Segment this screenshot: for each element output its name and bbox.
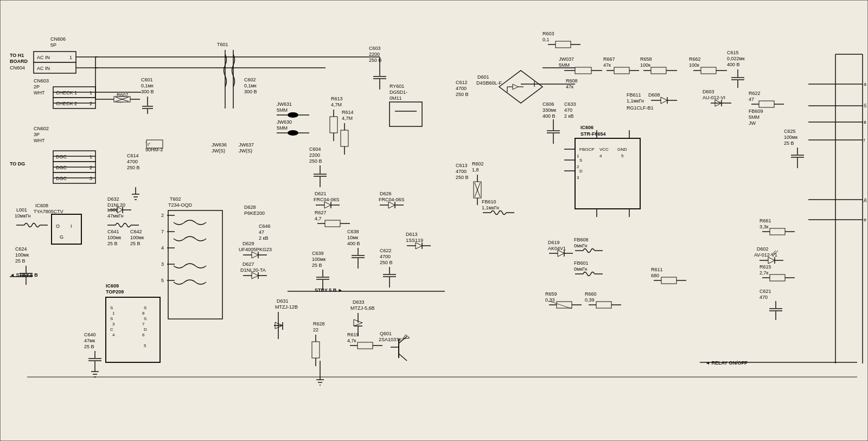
jw637-val: JW(S) [239, 148, 252, 154]
svg-rect-72 [651, 67, 666, 74]
t602-pin3: 3 [161, 261, 164, 267]
d603-val1: AU-012-VI [703, 95, 725, 100]
r628-label: R628 [313, 321, 325, 327]
ry601-val2: 0M11 [390, 95, 402, 101]
cn603-sub: 2P [34, 84, 40, 90]
svg-line-174 [399, 354, 407, 361]
fb601-label: FB601 [574, 260, 589, 266]
c604-label: C604 [309, 146, 321, 152]
c646-label: C646 [259, 223, 271, 229]
c625-val1: 100мк [784, 135, 797, 140]
cn602-sub: 3P [34, 132, 40, 137]
pin2: 2 [577, 164, 579, 169]
r660-label: R660 [585, 291, 597, 297]
r622-val: 47 [749, 97, 754, 102]
pin3: 3 [577, 175, 579, 180]
d613-val: 1SS119 [406, 238, 423, 243]
fb610-label: FB610 [482, 199, 496, 204]
cn602-label: CN602 [34, 126, 49, 131]
pin5: 5 [621, 154, 624, 158]
ic609-pin6: 6 [142, 333, 145, 337]
fb601-val: 0мкГн [574, 266, 587, 272]
c638-label: C638 [347, 229, 359, 234]
ic609-d: D [144, 327, 147, 332]
r603-val: 0,1 [542, 37, 550, 42]
c603-val1: 2200 [369, 52, 380, 57]
rail-g: г [864, 137, 866, 143]
svg-point-20 [288, 112, 298, 118]
svg-marker-133 [388, 202, 395, 208]
check2-label: CHECK 2 [56, 101, 77, 106]
r608-val: 47к [566, 84, 573, 90]
r667-val: 47к [603, 62, 611, 68]
svg-rect-205 [770, 274, 785, 281]
svg-rect-168 [358, 342, 373, 349]
c602-val2: 300 В [244, 89, 257, 94]
ic609-val: TOP209 [106, 289, 124, 295]
r627-label: R627 [315, 210, 327, 215]
fb608-val: 0мкГн [574, 243, 587, 248]
r660-val: 0,39 [585, 297, 595, 303]
c642-label: C642 [130, 229, 142, 234]
dgc1-label: DGC [56, 154, 67, 159]
check1-label: CHECK 1 [56, 90, 77, 95]
ac-in-2-label: AC IN [37, 66, 50, 71]
r602-val: 1,8 [472, 167, 479, 172]
d602-label: D602 [757, 246, 769, 252]
svg-rect-105 [168, 210, 222, 319]
r658-val: 100к [640, 62, 650, 68]
fb609-val2: JW [749, 120, 756, 126]
d632-label: D632 [107, 196, 119, 202]
rail-e: е [864, 217, 866, 222]
d629-label: D629 [242, 241, 254, 246]
rail-a: а [864, 81, 866, 87]
r627-val: 4,7 [315, 216, 322, 221]
d628-label: D628 [244, 204, 256, 210]
jw630-label: JW630 [277, 119, 292, 125]
ic609-c: C [110, 327, 113, 332]
c638-val2: 400 В [347, 241, 360, 246]
c624-val2: 25 В [15, 258, 25, 264]
dgc2-pin: 2 [90, 165, 92, 170]
fb609-val1: 5MM [749, 114, 760, 120]
ic608-g: G [60, 234, 63, 240]
ic608-o: O [56, 223, 60, 229]
d628-val: P6KE200 [244, 210, 265, 216]
c615-label: C615 [727, 50, 739, 55]
svg-rect-186 [557, 302, 572, 308]
fb608-label: FB608 [574, 237, 589, 242]
to-h1-board2: BOARD [10, 59, 28, 64]
c604-val2: 250 В [309, 158, 322, 164]
r658-label: R658 [640, 56, 652, 62]
svg-rect-137 [325, 220, 340, 227]
c606-val1: 330мк [542, 107, 556, 113]
c606-val2: 400 В [542, 113, 556, 119]
d626-val: FRC04-06S [379, 197, 405, 202]
d603-label: D603 [703, 89, 714, 94]
r661-val: 3,3к [760, 224, 769, 229]
q601-label: Q601 [380, 331, 392, 336]
r611-val: 680 [651, 273, 659, 278]
to-h1-board: TO H1 [10, 53, 24, 58]
c603-label: C603 [369, 46, 381, 51]
jw630-val: 5MM [277, 125, 288, 131]
ic609-pin1: 1 [112, 311, 115, 316]
svg-rect-190 [596, 302, 611, 308]
c604-val1: 2200 [309, 152, 320, 158]
pin1: 1 [577, 154, 579, 158]
ic606-d: D [579, 169, 583, 174]
svg-rect-161 [312, 342, 320, 358]
ic609-pin3: 3 [112, 322, 115, 327]
svg-marker-148 [416, 242, 422, 249]
dgc3-label: DGC [56, 176, 67, 181]
svg-rect-90 [759, 101, 774, 107]
relay-label: ◄ RELAY ON/OFF [705, 360, 748, 366]
c640-val1: 47мк [84, 338, 95, 343]
svg-marker-129 [324, 202, 331, 208]
d621-label: D621 [315, 191, 327, 196]
r622-label: R622 [749, 91, 761, 96]
c622-val1: 4700 [380, 254, 391, 259]
jw636-label: JW636 [212, 142, 227, 148]
c614-val1: 4700 [127, 159, 138, 164]
d601-label: D601 [477, 74, 489, 80]
